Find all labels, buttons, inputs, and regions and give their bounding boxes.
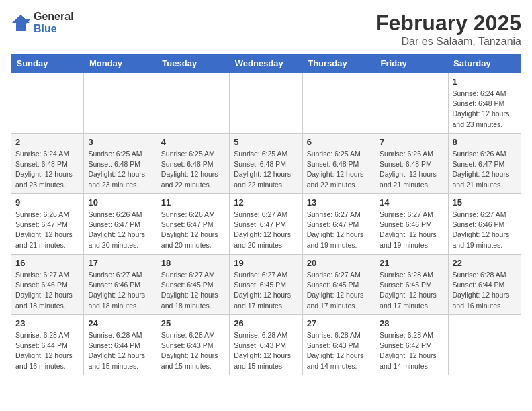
- calendar-cell: 24Sunrise: 6:28 AM Sunset: 6:44 PM Dayli…: [84, 315, 157, 375]
- calendar-cell: 20Sunrise: 6:27 AM Sunset: 6:45 PM Dayli…: [302, 255, 375, 315]
- day-number: 20: [307, 258, 371, 268]
- day-info: Sunrise: 6:28 AM Sunset: 6:43 PM Dayligh…: [161, 330, 225, 371]
- calendar-cell: 5Sunrise: 6:25 AM Sunset: 6:48 PM Daylig…: [230, 134, 302, 194]
- calendar-cell: [448, 315, 521, 375]
- day-number: 24: [88, 318, 152, 328]
- day-info: Sunrise: 6:27 AM Sunset: 6:47 PM Dayligh…: [234, 210, 298, 250]
- day-number: 16: [15, 258, 79, 268]
- day-number: 21: [380, 258, 443, 268]
- calendar-cell: 16Sunrise: 6:27 AM Sunset: 6:46 PM Dayli…: [11, 255, 84, 315]
- day-info: Sunrise: 6:26 AM Sunset: 6:47 PM Dayligh…: [453, 149, 517, 190]
- day-info: Sunrise: 6:25 AM Sunset: 6:48 PM Dayligh…: [88, 149, 152, 190]
- day-info: Sunrise: 6:27 AM Sunset: 6:47 PM Dayligh…: [307, 210, 371, 250]
- calendar-cell: 9Sunrise: 6:26 AM Sunset: 6:47 PM Daylig…: [11, 194, 84, 255]
- day-info: Sunrise: 6:28 AM Sunset: 6:43 PM Dayligh…: [307, 330, 371, 371]
- logo-icon: [11, 13, 31, 32]
- day-number: 2: [15, 137, 79, 147]
- calendar-cell: 2Sunrise: 6:24 AM Sunset: 6:48 PM Daylig…: [11, 134, 84, 194]
- day-number: 17: [88, 258, 152, 268]
- day-number: 13: [307, 197, 371, 208]
- calendar-cell: 27Sunrise: 6:28 AM Sunset: 6:43 PM Dayli…: [302, 315, 375, 375]
- calendar-cell: 25Sunrise: 6:28 AM Sunset: 6:43 PM Dayli…: [157, 315, 229, 375]
- calendar-cell: 12Sunrise: 6:27 AM Sunset: 6:47 PM Dayli…: [230, 194, 302, 255]
- calendar-cell: 18Sunrise: 6:27 AM Sunset: 6:45 PM Dayli…: [157, 255, 229, 315]
- calendar-week-2: 2Sunrise: 6:24 AM Sunset: 6:48 PM Daylig…: [11, 134, 521, 194]
- day-number: 18: [161, 258, 225, 268]
- calendar-cell: [230, 73, 302, 134]
- day-header-tuesday: Tuesday: [157, 54, 229, 73]
- calendar-cell: 26Sunrise: 6:28 AM Sunset: 6:43 PM Dayli…: [230, 315, 302, 375]
- calendar-cell: 4Sunrise: 6:25 AM Sunset: 6:48 PM Daylig…: [157, 134, 229, 194]
- calendar-cell: [84, 73, 157, 134]
- day-number: 26: [234, 318, 298, 328]
- day-number: 22: [453, 258, 517, 268]
- day-number: 5: [234, 137, 298, 147]
- calendar-cell: 7Sunrise: 6:26 AM Sunset: 6:48 PM Daylig…: [375, 134, 448, 194]
- calendar-cell: [11, 73, 84, 134]
- day-info: Sunrise: 6:26 AM Sunset: 6:48 PM Dayligh…: [380, 149, 443, 190]
- calendar-cell: 23Sunrise: 6:28 AM Sunset: 6:44 PM Dayli…: [11, 315, 84, 375]
- day-number: 8: [453, 137, 517, 147]
- day-info: Sunrise: 6:27 AM Sunset: 6:46 PM Dayligh…: [15, 270, 79, 311]
- day-header-saturday: Saturday: [448, 54, 521, 73]
- day-number: 1: [453, 77, 517, 87]
- day-info: Sunrise: 6:27 AM Sunset: 6:45 PM Dayligh…: [234, 270, 298, 311]
- calendar-cell: [302, 73, 375, 134]
- day-number: 7: [380, 137, 443, 147]
- day-info: Sunrise: 6:26 AM Sunset: 6:47 PM Dayligh…: [88, 210, 152, 250]
- day-info: Sunrise: 6:24 AM Sunset: 6:48 PM Dayligh…: [15, 149, 79, 190]
- day-number: 28: [380, 318, 443, 328]
- calendar-table: SundayMondayTuesdayWednesdayThursdayFrid…: [11, 54, 521, 375]
- day-info: Sunrise: 6:28 AM Sunset: 6:44 PM Dayligh…: [88, 330, 152, 371]
- calendar-header-row: SundayMondayTuesdayWednesdayThursdayFrid…: [11, 54, 521, 73]
- day-info: Sunrise: 6:28 AM Sunset: 6:43 PM Dayligh…: [234, 330, 298, 371]
- calendar-cell: 8Sunrise: 6:26 AM Sunset: 6:47 PM Daylig…: [448, 134, 521, 194]
- calendar-cell: 17Sunrise: 6:27 AM Sunset: 6:46 PM Dayli…: [84, 255, 157, 315]
- calendar-cell: 10Sunrise: 6:26 AM Sunset: 6:47 PM Dayli…: [84, 194, 157, 255]
- day-number: 27: [307, 318, 371, 328]
- day-number: 6: [307, 137, 371, 147]
- day-header-thursday: Thursday: [302, 54, 375, 73]
- day-info: Sunrise: 6:24 AM Sunset: 6:48 PM Dayligh…: [453, 89, 517, 130]
- day-info: Sunrise: 6:27 AM Sunset: 6:46 PM Dayligh…: [453, 210, 517, 250]
- day-info: Sunrise: 6:26 AM Sunset: 6:47 PM Dayligh…: [15, 210, 79, 250]
- day-number: 9: [15, 197, 79, 208]
- calendar-cell: 13Sunrise: 6:27 AM Sunset: 6:47 PM Dayli…: [302, 194, 375, 255]
- day-info: Sunrise: 6:28 AM Sunset: 6:44 PM Dayligh…: [15, 330, 79, 371]
- calendar-cell: 22Sunrise: 6:28 AM Sunset: 6:44 PM Dayli…: [448, 255, 521, 315]
- day-info: Sunrise: 6:26 AM Sunset: 6:47 PM Dayligh…: [161, 210, 225, 250]
- svg-marker-1: [26, 19, 31, 24]
- calendar-cell: 15Sunrise: 6:27 AM Sunset: 6:46 PM Dayli…: [448, 194, 521, 255]
- calendar-cell: 28Sunrise: 6:28 AM Sunset: 6:42 PM Dayli…: [375, 315, 448, 375]
- calendar-cell: 19Sunrise: 6:27 AM Sunset: 6:45 PM Dayli…: [230, 255, 302, 315]
- day-info: Sunrise: 6:25 AM Sunset: 6:48 PM Dayligh…: [161, 149, 225, 190]
- day-number: 19: [234, 258, 298, 268]
- calendar-cell: 21Sunrise: 6:28 AM Sunset: 6:45 PM Dayli…: [375, 255, 448, 315]
- day-info: Sunrise: 6:27 AM Sunset: 6:45 PM Dayligh…: [161, 270, 225, 311]
- page-title: February 2025: [375, 11, 521, 36]
- day-info: Sunrise: 6:25 AM Sunset: 6:48 PM Dayligh…: [307, 149, 371, 190]
- day-info: Sunrise: 6:27 AM Sunset: 6:45 PM Dayligh…: [307, 270, 371, 311]
- day-info: Sunrise: 6:27 AM Sunset: 6:46 PM Dayligh…: [380, 210, 443, 250]
- day-header-friday: Friday: [375, 54, 448, 73]
- calendar-week-3: 9Sunrise: 6:26 AM Sunset: 6:47 PM Daylig…: [11, 194, 521, 255]
- logo-blue-text: Blue: [34, 23, 57, 34]
- day-number: 4: [161, 137, 225, 147]
- calendar-cell: 3Sunrise: 6:25 AM Sunset: 6:48 PM Daylig…: [84, 134, 157, 194]
- day-number: 11: [161, 197, 225, 208]
- day-info: Sunrise: 6:28 AM Sunset: 6:45 PM Dayligh…: [380, 270, 443, 311]
- calendar-week-1: 1Sunrise: 6:24 AM Sunset: 6:48 PM Daylig…: [11, 73, 521, 134]
- day-header-monday: Monday: [84, 54, 157, 73]
- calendar-week-4: 16Sunrise: 6:27 AM Sunset: 6:46 PM Dayli…: [11, 255, 521, 315]
- title-area: February 2025 Dar es Salaam, Tanzania: [375, 11, 521, 48]
- day-info: Sunrise: 6:28 AM Sunset: 6:44 PM Dayligh…: [453, 270, 517, 311]
- day-number: 10: [88, 197, 152, 208]
- day-number: 12: [234, 197, 298, 208]
- logo: General Blue: [11, 11, 74, 35]
- day-header-sunday: Sunday: [11, 54, 84, 73]
- header: General Blue February 2025 Dar es Salaam…: [11, 11, 521, 48]
- calendar-cell: 14Sunrise: 6:27 AM Sunset: 6:46 PM Dayli…: [375, 194, 448, 255]
- day-info: Sunrise: 6:28 AM Sunset: 6:42 PM Dayligh…: [380, 330, 443, 371]
- svg-marker-0: [12, 15, 30, 31]
- day-number: 14: [380, 197, 443, 208]
